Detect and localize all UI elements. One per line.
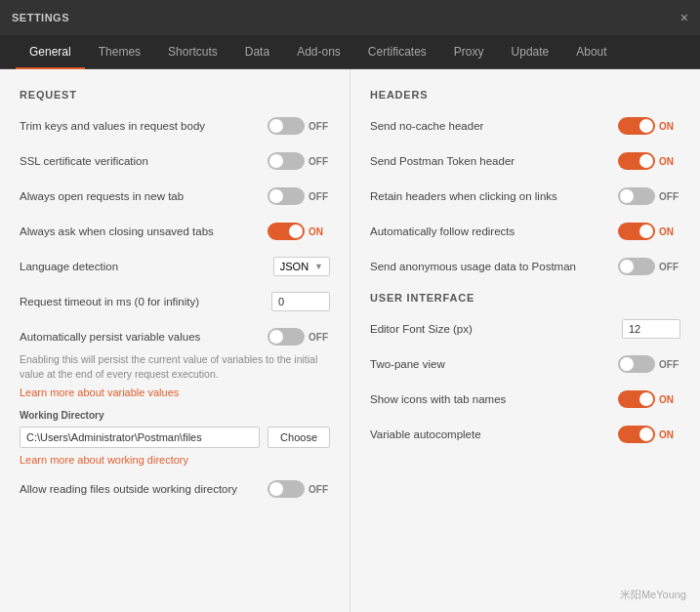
working-dir-link[interactable]: Learn more about working directory xyxy=(20,454,330,466)
tab-about[interactable]: About xyxy=(562,35,620,68)
working-dir-input[interactable] xyxy=(20,427,260,448)
follow-redirects-label: Automatically follow redirects xyxy=(370,225,608,237)
choose-button[interactable]: Choose xyxy=(268,427,330,448)
postman-token-toggle[interactable]: ON xyxy=(618,152,680,170)
dropdown-arrow-icon: ▼ xyxy=(314,262,323,271)
working-dir-section: Working Directory Choose Learn more abou… xyxy=(20,410,330,466)
autocomplete-track[interactable] xyxy=(618,426,655,443)
anonymous-toggle[interactable]: OFF xyxy=(618,258,680,275)
setting-follow-redirects: Automatically follow redirects ON xyxy=(370,220,680,243)
tab-data[interactable]: Data xyxy=(231,35,283,68)
working-dir-title: Working Directory xyxy=(20,410,330,421)
right-panel: HEADERS Send no-cache header ON Send Pos… xyxy=(350,69,700,612)
new-tab-label-state: OFF xyxy=(309,191,330,202)
new-tab-toggle[interactable]: OFF xyxy=(268,187,330,205)
trim-keys-thumb xyxy=(269,119,283,133)
persist-track[interactable] xyxy=(268,328,305,346)
anonymous-label-state: OFF xyxy=(659,262,680,272)
tab-proxy[interactable]: Proxy xyxy=(440,35,498,68)
show-icons-toggle[interactable]: ON xyxy=(618,390,680,408)
autocomplete-label-state: ON xyxy=(659,429,680,440)
font-size-input[interactable] xyxy=(622,319,680,339)
language-value: JSON xyxy=(280,261,309,272)
two-pane-track[interactable] xyxy=(618,355,655,373)
retain-headers-track[interactable] xyxy=(618,187,655,205)
new-tab-label: Always open requests in new tab xyxy=(20,190,258,202)
setting-ask-closing: Always ask when closing unsaved tabs ON xyxy=(20,220,330,243)
setting-persist: Automatically persist variable values OF… xyxy=(20,325,330,348)
ssl-label-state: OFF xyxy=(309,156,330,167)
follow-redirects-toggle[interactable]: ON xyxy=(618,223,680,240)
setting-language: Language detection JSON ▼ xyxy=(20,255,330,278)
language-label: Language detection xyxy=(20,261,264,272)
show-icons-track[interactable] xyxy=(618,390,655,408)
trim-keys-toggle[interactable]: OFF xyxy=(268,117,330,135)
setting-ssl: SSL certificate verification OFF xyxy=(20,149,330,173)
no-cache-label: Send no-cache header xyxy=(370,120,608,132)
no-cache-thumb xyxy=(639,119,653,133)
persist-link[interactable]: Learn more about variable values xyxy=(20,387,330,398)
two-pane-toggle[interactable]: OFF xyxy=(618,355,680,373)
setting-two-pane: Two-pane view OFF xyxy=(370,352,680,376)
new-tab-track[interactable] xyxy=(268,187,305,205)
no-cache-label-state: ON xyxy=(659,121,680,132)
trim-keys-track[interactable] xyxy=(268,117,305,135)
ask-closing-track[interactable] xyxy=(268,223,305,240)
setting-trim-keys: Trim keys and values in request body OFF xyxy=(20,114,330,138)
follow-redirects-thumb xyxy=(639,224,653,238)
follow-redirects-label-state: ON xyxy=(659,226,680,237)
trim-keys-label-state: OFF xyxy=(309,121,330,132)
anonymous-thumb xyxy=(620,260,634,273)
setting-new-tab: Always open requests in new tab OFF xyxy=(20,184,330,208)
ssl-label: SSL certificate verification xyxy=(20,155,258,167)
ssl-toggle[interactable]: OFF xyxy=(268,152,330,170)
working-dir-row: Choose xyxy=(20,427,330,448)
new-tab-thumb xyxy=(269,189,283,203)
allow-files-track[interactable] xyxy=(268,480,305,498)
ask-closing-toggle[interactable]: ON xyxy=(268,223,330,240)
tab-shortcuts[interactable]: Shortcuts xyxy=(154,35,231,68)
anonymous-track[interactable] xyxy=(618,258,655,275)
request-section-title: REQUEST xyxy=(20,89,330,101)
content-area: REQUEST Trim keys and values in request … xyxy=(0,69,700,612)
setting-retain-headers: Retain headers when clicking on links OF… xyxy=(370,184,680,208)
setting-autocomplete: Variable autocomplete ON xyxy=(370,423,680,446)
autocomplete-toggle[interactable]: ON xyxy=(618,426,680,443)
tab-update[interactable]: Update xyxy=(498,35,563,68)
title-bar: SETTINGS × xyxy=(0,0,700,35)
retain-headers-toggle[interactable]: OFF xyxy=(618,187,680,205)
tab-addons[interactable]: Add-ons xyxy=(283,35,354,68)
close-button[interactable]: × xyxy=(680,11,688,24)
ssl-thumb xyxy=(269,154,283,168)
timeout-label: Request timeout in ms (0 for infinity) xyxy=(20,296,262,307)
autocomplete-label: Variable autocomplete xyxy=(370,428,608,440)
persist-helper: Enabling this will persist the current v… xyxy=(20,352,330,381)
postman-token-track[interactable] xyxy=(618,152,655,170)
window-title: SETTINGS xyxy=(12,12,69,23)
allow-files-toggle[interactable]: OFF xyxy=(268,480,330,498)
autocomplete-thumb xyxy=(639,428,653,441)
headers-section-title: HEADERS xyxy=(370,89,680,101)
trim-keys-label: Trim keys and values in request body xyxy=(20,120,258,132)
setting-font-size: Editor Font Size (px) xyxy=(370,317,680,341)
anonymous-label: Send anonymous usage data to Postman xyxy=(370,261,608,272)
follow-redirects-track[interactable] xyxy=(618,223,655,240)
tab-themes[interactable]: Themes xyxy=(85,35,154,68)
language-dropdown[interactable]: JSON ▼ xyxy=(273,257,330,276)
font-size-label: Editor Font Size (px) xyxy=(370,323,612,335)
no-cache-toggle[interactable]: ON xyxy=(618,117,680,135)
two-pane-label-state: OFF xyxy=(659,359,680,370)
persist-label-state: OFF xyxy=(309,332,330,343)
setting-anonymous: Send anonymous usage data to Postman OFF xyxy=(370,255,680,278)
no-cache-track[interactable] xyxy=(618,117,655,135)
retain-headers-label: Retain headers when clicking on links xyxy=(370,190,608,202)
tab-general[interactable]: General xyxy=(16,35,85,68)
ssl-track[interactable] xyxy=(268,152,305,170)
two-pane-thumb xyxy=(620,357,634,371)
show-icons-thumb xyxy=(639,392,653,406)
persist-label: Automatically persist variable values xyxy=(20,331,258,343)
postman-token-thumb xyxy=(639,154,653,168)
timeout-input[interactable] xyxy=(271,292,330,311)
tab-certificates[interactable]: Certificates xyxy=(354,35,440,68)
persist-toggle[interactable]: OFF xyxy=(268,328,330,346)
